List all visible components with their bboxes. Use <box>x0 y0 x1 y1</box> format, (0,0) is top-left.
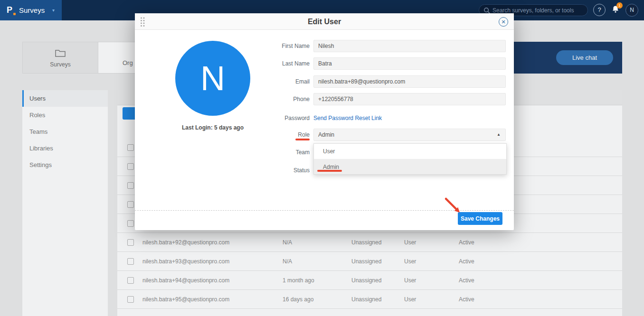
password-label: Password <box>244 112 310 124</box>
annotation-admin-underline <box>317 170 342 172</box>
notification-badge: 1 <box>616 2 623 9</box>
password-row: Password Send Password Reset Link <box>135 112 514 124</box>
status-label: Status <box>244 164 310 177</box>
email-row: Email <box>135 75 514 88</box>
phone-label: Phone <box>244 93 310 105</box>
help-button[interactable]: ? <box>593 4 606 16</box>
password-reset-link[interactable]: Send Password Reset Link <box>313 112 382 124</box>
role-option-user[interactable]: User <box>314 144 506 159</box>
logo-accent-dot <box>13 13 16 15</box>
role-select-value: Admin <box>318 131 334 138</box>
phone-row: Phone <box>135 93 514 105</box>
phone-input[interactable] <box>313 93 506 105</box>
role-row: Role Admin ▲ <box>135 129 514 141</box>
user-avatar[interactable]: N <box>625 4 638 17</box>
annotation-role-underline <box>295 139 310 140</box>
chevron-up-icon: ▲ <box>497 129 501 140</box>
email-label: Email <box>244 75 310 88</box>
role-dropdown: User Admin <box>313 143 507 175</box>
questionpro-logo-icon: P <box>7 0 12 20</box>
save-changes-button[interactable]: Save Changes <box>458 212 502 225</box>
role-option-admin[interactable]: Admin <box>314 159 506 174</box>
chevron-down-icon: ▾ <box>52 0 55 20</box>
team-label: Team <box>244 146 310 158</box>
first-name-input[interactable] <box>313 40 506 52</box>
last-name-label: Last Name <box>244 57 310 70</box>
role-select[interactable]: Admin ▲ <box>313 129 506 141</box>
brand-label: Surveys <box>19 0 45 20</box>
first-name-label: First Name <box>244 40 310 52</box>
edit-user-modal: Edit User ✕ N Last Login: 5 days ago Fir… <box>135 13 514 230</box>
app-root: P Surveys ▾ ? 1 N Surveys <box>0 0 644 316</box>
last-name-input[interactable] <box>313 57 506 70</box>
close-icon[interactable]: ✕ <box>499 17 508 27</box>
annotation-save-arrow <box>444 196 463 215</box>
modal-header: Edit User ✕ <box>135 13 514 30</box>
brand-menu[interactable]: P Surveys ▾ <box>0 0 62 20</box>
modal-title: Edit User <box>135 13 514 30</box>
first-name-row: First Name <box>135 40 514 52</box>
last-name-row: Last Name <box>135 57 514 70</box>
email-input[interactable] <box>313 75 506 88</box>
